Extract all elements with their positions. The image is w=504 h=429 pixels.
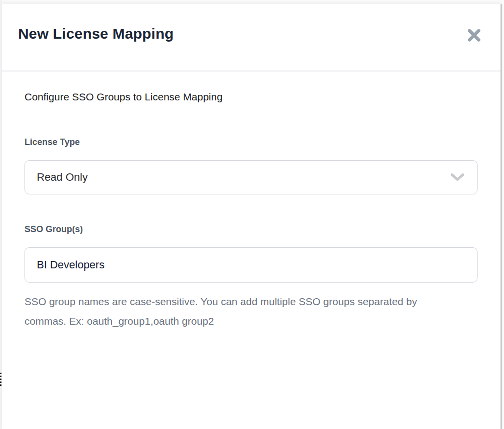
license-type-label: License Type [25,137,80,147]
sso-groups-input[interactable] [25,247,478,283]
x-icon [466,27,482,43]
license-type-selected-value: Read Only [37,171,88,184]
close-button[interactable] [464,25,484,45]
dialog-body: Configure SSO Groups to License Mapping … [2,72,501,429]
sso-groups-helper-text: SSO group names are case-sensitive. You … [25,292,438,331]
background-page-edge-artifact [0,373,1,386]
body-heading: Configure SSO Groups to License Mapping [25,91,223,103]
chevron-down-icon [451,173,464,182]
license-type-select[interactable]: Read Only [25,160,478,194]
dialog-title: New License Mapping [18,25,174,42]
new-license-mapping-dialog: New License Mapping Configure SSO Groups… [2,4,502,429]
sso-groups-label: SSO Group(s) [25,224,83,235]
dialog-header: New License Mapping [2,4,501,71]
